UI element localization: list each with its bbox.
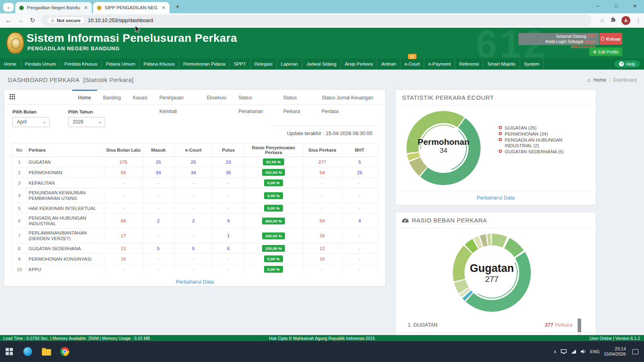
browser-tab-strip: ⌄ Pengadilan Negeri Bandung✕SIPP PENGADI… bbox=[0, 0, 644, 13]
new-tab-button[interactable]: + bbox=[172, 2, 183, 12]
legend-item[interactable]: PERMOHONAN (34) bbox=[499, 131, 569, 137]
browser-tab[interactable]: Pengadilan Negeri Bandung✕ bbox=[15, 2, 92, 13]
legend-item[interactable]: PENGADILAN HUBUNGAN INDUSTRIAL (2) bbox=[499, 137, 569, 148]
legend-item[interactable]: GUGATAN (25) bbox=[499, 125, 569, 131]
tab-close-icon[interactable]: ✕ bbox=[83, 5, 89, 10]
gauge-icon bbox=[402, 218, 409, 222]
language-indicator[interactable]: ENG bbox=[590, 349, 600, 354]
browser-tab[interactable]: SIPP PENGADILAN NEGERI BAN✕ bbox=[93, 2, 169, 13]
edge-icon[interactable] bbox=[19, 343, 37, 360]
rasio-badge: 120,00 % bbox=[262, 245, 285, 252]
card-tab-eksekusi[interactable]: Eksekusi bbox=[201, 90, 232, 104]
chrome-icon[interactable] bbox=[56, 343, 74, 360]
beban-panel: RASIO BEBAN PERKARA Gugatan 277 1. GUGAT… bbox=[395, 212, 596, 345]
refresh-button[interactable]: ↻ bbox=[27, 16, 39, 24]
donut-segment-seg-top-light[interactable] bbox=[492, 234, 507, 247]
nav-item-jadwal-sidang[interactable]: Jadwal Sidang bbox=[302, 58, 341, 70]
nav-item-laporan[interactable]: Laporan bbox=[277, 58, 302, 70]
legend-item[interactable]: GUGATAN SEDERHANA (5) bbox=[499, 149, 569, 154]
nav-item-perdata-umum[interactable]: Perdata Umum bbox=[21, 58, 60, 70]
extensions-icon[interactable] bbox=[608, 17, 619, 24]
month-select[interactable]: April bbox=[12, 117, 50, 127]
edit-profile-button[interactable]: ⚙ Edit Profile bbox=[589, 47, 622, 56]
close-button[interactable]: ✕ bbox=[625, 0, 644, 12]
forward-button[interactable]: → bbox=[14, 17, 27, 24]
notification-icon[interactable] bbox=[632, 349, 638, 354]
breadcrumb: ⌂ Home | Dashboard bbox=[587, 77, 637, 83]
card-tab-banding[interactable]: Banding bbox=[97, 90, 127, 104]
nav-item-delegasi[interactable]: Delegasi bbox=[250, 58, 277, 70]
bookmark-star-icon[interactable]: ☆ bbox=[597, 17, 608, 24]
network-icon[interactable] bbox=[571, 349, 576, 354]
volume-icon[interactable] bbox=[580, 349, 586, 354]
nav-item-pidana-umum[interactable]: Pidana Umum bbox=[102, 58, 140, 70]
home-icon: ⌂ bbox=[587, 77, 590, 83]
security-label: Not secure bbox=[57, 18, 80, 23]
card-tab-kasasi[interactable]: Kasasi bbox=[127, 90, 153, 104]
taskbar-clock[interactable]: 23:14 15/04/2026 bbox=[604, 346, 626, 357]
card-tab-peninjauan-kembali[interactable]: Peninjauan Kembali bbox=[153, 90, 201, 104]
year-select[interactable]: 2026 bbox=[68, 117, 105, 127]
browser-tabs: Pengadilan Negeri Bandung✕SIPP PENGADILA… bbox=[15, 2, 171, 13]
table-row: 8GUGATAN SEDERHANA13556120,00 %12- bbox=[12, 243, 378, 254]
nav-item-permohonan-pidana[interactable]: Permohonan Pidana bbox=[179, 58, 230, 70]
nav-item-system[interactable]: System bbox=[520, 58, 544, 70]
rasio-badge: 0,00 % bbox=[264, 179, 283, 186]
tab-close-icon[interactable]: ✕ bbox=[161, 5, 166, 10]
grid-icon[interactable] bbox=[10, 94, 15, 99]
main-navbar: HomePerdata UmumPerdata KhususPidana Umu… bbox=[0, 58, 644, 70]
gear-icon: ⚙ bbox=[593, 49, 597, 54]
card-tab-status-jurnal-keuangan-perdata[interactable]: Status Jurnal Keuangan Perdata bbox=[316, 90, 385, 104]
rasio-badge: 0,00 % bbox=[264, 192, 283, 199]
nav-item-sppt[interactable]: SPPT bbox=[230, 58, 250, 70]
refresh-data-link[interactable]: Perbaharui Data bbox=[4, 279, 385, 285]
profile-avatar[interactable]: A bbox=[621, 16, 630, 25]
legend-bullet-icon bbox=[499, 126, 502, 129]
screen: ⌄ Pengadilan Negeri Bandung✕SIPP PENGADI… bbox=[0, 0, 644, 362]
browser-menu-icon[interactable]: ⋮ bbox=[633, 17, 644, 24]
window-controls: – □ ✕ bbox=[588, 0, 644, 12]
nav-item-e-payment[interactable]: e-Payment bbox=[424, 58, 455, 70]
maximize-button[interactable]: □ bbox=[607, 0, 625, 12]
card-tab-home[interactable]: Home bbox=[72, 90, 97, 104]
nav-item-perdata-khusus[interactable]: Perdata Khusus bbox=[60, 58, 102, 70]
back-button[interactable]: ← bbox=[2, 17, 14, 24]
donut-segment-permohonan[interactable] bbox=[420, 118, 481, 185]
nav-item-arsip-perkara[interactable]: Arsip Perkara bbox=[341, 58, 378, 70]
tray-expand-icon[interactable]: ∧ bbox=[553, 349, 557, 354]
beban-donut-chart[interactable] bbox=[449, 230, 535, 315]
browser-toolbar: ← → ↻ ⚠ Not secure 10.10.10.253/sipp/das… bbox=[0, 13, 644, 28]
donut-segment-seg-green-mid[interactable] bbox=[504, 238, 524, 257]
monitor-icon[interactable] bbox=[561, 349, 567, 354]
ecourt-refresh-link[interactable]: Perbaharui Data bbox=[396, 191, 596, 204]
help-button[interactable]: ? Help bbox=[614, 60, 640, 68]
beban-list-row[interactable]: 1. GUGATAN277 Perkara bbox=[396, 318, 596, 332]
breadcrumb-home[interactable]: Home bbox=[593, 77, 606, 83]
nav-item-pidana-khusus[interactable]: Pidana Khusus bbox=[140, 58, 179, 70]
donut-segment-gugatan[interactable] bbox=[407, 111, 464, 153]
page-title: DASHBOARD PERKARA [Statistik Perkara] bbox=[8, 76, 134, 83]
donut-segment-gugatan[interactable] bbox=[466, 252, 531, 312]
not-secure-chip[interactable]: ⚠ Not secure bbox=[47, 17, 85, 24]
minimize-button[interactable]: – bbox=[588, 0, 607, 12]
help-icon: ? bbox=[619, 62, 624, 66]
tab-search-button[interactable]: ⌄ bbox=[3, 3, 14, 12]
nav-item-referensi[interactable]: Referensi bbox=[455, 58, 483, 70]
address-bar[interactable]: ⚠ Not secure 10.10.10.253/sipp/dashboard bbox=[41, 15, 592, 26]
ecourt-donut-chart[interactable] bbox=[405, 109, 483, 187]
logout-button[interactable]: Keluar bbox=[599, 33, 622, 45]
nav-item-smart-majelis[interactable]: Smart Majelis bbox=[483, 58, 520, 70]
app-title: Sistem Informasi Penelusuran Perkara bbox=[27, 32, 237, 45]
rasio-badge: 0,00 % bbox=[264, 255, 283, 262]
donut-segment-seg-yellowgreen[interactable] bbox=[453, 246, 472, 282]
power-icon bbox=[601, 37, 605, 41]
card-tab-status-penahanan[interactable]: Status Penahanan bbox=[232, 90, 277, 104]
start-button[interactable] bbox=[0, 343, 19, 360]
nav-item-home[interactable]: Home bbox=[0, 58, 21, 70]
nav-item-antrian[interactable]: Antrian bbox=[377, 58, 400, 70]
donut-segment-seg-light2[interactable] bbox=[487, 234, 491, 245]
table-row: 10KPPU----0,00 %-- bbox=[12, 264, 378, 274]
file-explorer-icon[interactable] bbox=[37, 343, 56, 360]
card-tab-status-perkara[interactable]: Status Perkara bbox=[277, 90, 316, 104]
nav-item-e-court[interactable]: 17e-Court bbox=[400, 58, 424, 70]
